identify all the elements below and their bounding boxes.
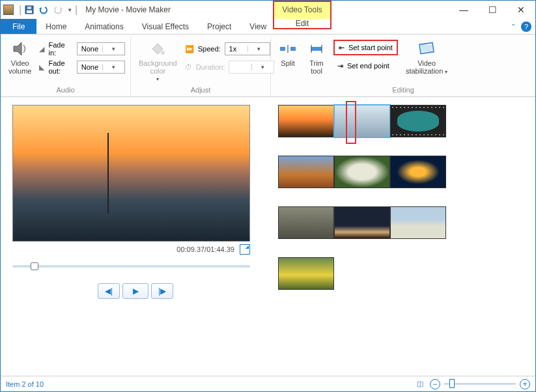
help-icon[interactable]: ? xyxy=(521,21,531,32)
ribbon-tabs: File Home Animations Visual Effects Proj… xyxy=(1,19,535,35)
fade-out-combo[interactable]: None▾ xyxy=(77,61,125,74)
seek-thumb[interactable] xyxy=(31,262,38,270)
context-tab-video-tools[interactable]: Video Tools xyxy=(273,1,331,19)
clip-selected[interactable] xyxy=(334,105,390,137)
duration-label: Duration: xyxy=(196,63,225,71)
prev-frame-button[interactable]: ◀| xyxy=(98,283,120,299)
tab-project[interactable]: Project xyxy=(198,19,240,34)
tab-view[interactable]: View xyxy=(240,19,275,34)
svg-point-3 xyxy=(161,51,165,55)
tab-home[interactable]: Home xyxy=(36,19,76,34)
speed-label: Speed: xyxy=(198,45,221,53)
stabilization-icon xyxy=(417,40,436,58)
timeline-pane[interactable] xyxy=(270,97,535,376)
preview-pane: 00:09.37/01:44.39 ◀| ▶ |▶ xyxy=(1,97,270,376)
zoom-slider[interactable] xyxy=(444,383,516,385)
close-button[interactable]: ✕ xyxy=(507,1,535,19)
speaker-icon xyxy=(11,40,29,58)
clip[interactable] xyxy=(278,206,334,239)
timeline-row-4 xyxy=(278,257,528,290)
fade-in-label: Fade in: xyxy=(48,41,72,57)
minimize-button[interactable]: — xyxy=(449,1,478,19)
svg-rect-11 xyxy=(421,45,432,51)
fade-in-icon: ◢ xyxy=(39,45,44,53)
set-end-point-button[interactable]: ⇥ Set end point xyxy=(333,58,398,74)
video-stabilization-button[interactable]: Video stabilization ▾ xyxy=(403,38,451,76)
video-volume-button[interactable]: Video volume xyxy=(6,38,34,76)
ribbon-group-editing: Split Trim tool ⇤ Set start point ⇥ Set … xyxy=(271,37,535,96)
tab-animations[interactable]: Animations xyxy=(76,19,132,34)
play-button[interactable]: ▶ xyxy=(122,283,148,299)
clip-title[interactable] xyxy=(390,105,446,137)
tab-file[interactable]: File xyxy=(1,19,36,34)
svg-rect-7 xyxy=(311,47,322,51)
group-label-editing: Editing xyxy=(276,86,530,96)
background-color-button: Background color▾ xyxy=(136,38,180,83)
paint-bucket-icon xyxy=(148,40,167,58)
video-preview[interactable] xyxy=(12,105,250,242)
trim-tool-button[interactable]: Trim tool xyxy=(305,38,328,76)
speed-combo[interactable]: 1x▾ xyxy=(225,42,270,55)
clip[interactable] xyxy=(278,105,334,137)
zoom-control: − + xyxy=(430,379,530,389)
timeline-row-3 xyxy=(278,206,528,239)
speed-icon: ⏩ xyxy=(185,45,194,53)
titlebar: | ▼ | My Movie - Movie Maker Video Tools… xyxy=(1,1,535,19)
redo-icon[interactable] xyxy=(53,5,63,15)
main-area: 00:09.37/01:44.39 ◀| ▶ |▶ xyxy=(1,97,535,376)
fade-out-label: Fade out: xyxy=(48,59,72,75)
separator: | xyxy=(19,4,21,16)
tab-visual-effects[interactable]: Visual Effects xyxy=(133,19,198,34)
svg-rect-4 xyxy=(280,47,285,51)
video-volume-label: Video volume xyxy=(8,59,31,75)
timeline-row-2 xyxy=(278,156,528,188)
ribbon-group-adjust: Background color▾ ⏩ Speed: 1x▾ ⏱ Duratio… xyxy=(131,37,271,96)
duration-combo: ▾ xyxy=(229,61,274,74)
clip[interactable] xyxy=(334,156,390,188)
clip[interactable] xyxy=(390,156,446,188)
zoom-in-button[interactable]: + xyxy=(520,379,530,389)
start-point-icon: ⇤ xyxy=(339,44,345,52)
maximize-button[interactable]: ☐ xyxy=(478,1,507,19)
ribbon: Video volume ◢ Fade in: None▾ ◣ Fade out… xyxy=(1,35,535,97)
fullscreen-icon[interactable] xyxy=(240,244,250,255)
fade-out-icon: ◣ xyxy=(39,63,44,72)
trim-icon xyxy=(307,40,326,58)
svg-rect-5 xyxy=(290,47,296,51)
separator: | xyxy=(75,4,78,16)
svg-rect-2 xyxy=(27,7,31,9)
save-icon[interactable] xyxy=(24,5,35,15)
clip[interactable] xyxy=(278,257,334,290)
undo-icon[interactable] xyxy=(38,5,49,15)
fade-in-combo[interactable]: None▾ xyxy=(77,42,125,55)
clip[interactable] xyxy=(390,206,446,239)
clip[interactable] xyxy=(334,206,390,239)
tab-edit[interactable]: Edit xyxy=(273,19,331,29)
clip[interactable] xyxy=(278,156,334,188)
end-point-icon: ⇥ xyxy=(337,62,343,70)
zoom-thumb[interactable] xyxy=(449,379,455,388)
set-start-point-button[interactable]: ⇤ Set start point xyxy=(333,40,398,55)
split-icon xyxy=(279,40,297,58)
qat-dropdown[interactable]: ▼ xyxy=(67,7,72,13)
window-title: My Movie - Movie Maker xyxy=(85,5,171,14)
group-label-adjust: Adjust xyxy=(136,86,265,96)
collapse-ribbon-icon[interactable]: ⌃ xyxy=(511,23,516,30)
app-icon xyxy=(3,5,14,15)
view-toggle-icon[interactable]: ◫ xyxy=(417,380,423,388)
group-label-audio: Audio xyxy=(6,86,125,96)
ribbon-group-audio: Video volume ◢ Fade in: None▾ ◣ Fade out… xyxy=(1,37,131,96)
next-frame-button[interactable]: |▶ xyxy=(151,283,173,299)
quick-access-toolbar: ▼ xyxy=(24,5,72,15)
status-bar: Item 2 of 10 ◫ − + xyxy=(1,376,535,391)
duration-icon: ⏱ xyxy=(185,63,192,71)
svg-rect-1 xyxy=(27,10,32,13)
playback-time: 00:09.37/01:44.39 xyxy=(176,245,234,253)
split-button[interactable]: Split xyxy=(276,38,300,68)
zoom-out-button[interactable]: − xyxy=(430,379,440,389)
seek-bar[interactable] xyxy=(12,261,250,272)
status-text: Item 2 of 10 xyxy=(6,380,44,388)
timeline-row-1 xyxy=(278,105,528,137)
